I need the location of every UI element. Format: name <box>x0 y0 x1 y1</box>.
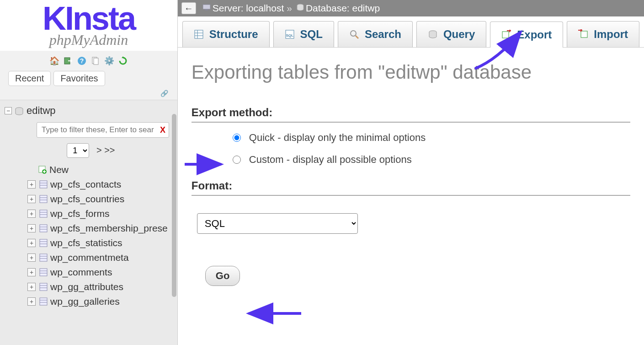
table-item[interactable]: + wp_cfs_countries <box>27 192 177 206</box>
docs-icon[interactable] <box>90 55 101 66</box>
svg-rect-35 <box>203 5 210 9</box>
table-item[interactable]: + wp_gg_attributes <box>27 280 177 294</box>
tab-export[interactable]: Export <box>490 22 563 48</box>
table-item[interactable]: + wp_cfs_membership_prese <box>27 221 177 236</box>
table-icon <box>38 267 48 277</box>
svg-text:SQL: SQL <box>286 33 293 38</box>
table-icon <box>38 179 48 189</box>
favorites-button[interactable]: Favorites <box>53 71 105 86</box>
new-table-item[interactable]: New <box>27 162 177 177</box>
table-pager: 1 > >> <box>5 140 177 162</box>
svg-rect-17 <box>40 225 47 232</box>
quick-radio[interactable] <box>233 134 241 142</box>
expand-icon[interactable]: + <box>27 239 36 247</box>
go-button[interactable]: Go <box>205 266 240 286</box>
custom-radio[interactable] <box>233 156 241 164</box>
svg-rect-14 <box>40 210 47 217</box>
structure-icon <box>194 29 204 39</box>
table-name: wp_comments <box>50 267 112 278</box>
export-method-header: Export method: <box>192 106 630 123</box>
recent-button[interactable]: Recent <box>8 71 51 86</box>
expand-icon[interactable]: + <box>27 268 36 276</box>
back-button[interactable]: ← <box>181 2 196 14</box>
svg-rect-36 <box>205 9 208 11</box>
table-icon <box>38 238 48 248</box>
table-icon <box>38 194 48 204</box>
svg-rect-38 <box>195 30 203 38</box>
table-item[interactable]: + wp_comments <box>27 265 177 280</box>
custom-label: Custom - display all possible options <box>249 154 412 166</box>
format-select[interactable]: SQL <box>197 213 358 234</box>
quick-label: Quick - display only the minimal options <box>249 132 426 144</box>
svg-rect-26 <box>40 269 47 276</box>
breadcrumb-bar: ← Server: localhost » Database: editwp <box>178 0 644 16</box>
table-item[interactable]: + wp_cfs_forms <box>27 206 177 221</box>
table-item[interactable]: + wp_gg_galleries <box>27 294 177 309</box>
pager-next[interactable]: > >> <box>96 145 115 155</box>
table-name: wp_cfs_statistics <box>50 237 122 248</box>
table-item[interactable]: + wp_cfs_contacts <box>27 177 177 192</box>
clear-filter-icon[interactable]: X <box>160 125 165 135</box>
annotation-arrow-go <box>242 307 306 322</box>
svg-rect-8 <box>40 181 47 188</box>
filter-input[interactable] <box>37 122 169 138</box>
import-icon <box>578 29 588 39</box>
database-node[interactable]: − editwp <box>5 102 177 119</box>
svg-rect-11 <box>40 195 47 203</box>
custom-option[interactable]: Custom - display all possible options <box>233 154 630 166</box>
svg-line-45 <box>356 36 358 38</box>
sidebar: KInsta phpMyAdmin 🏠 ? ⚙️ Recent Favorite… <box>0 0 178 345</box>
tab-label: Export <box>517 28 552 41</box>
search-icon <box>349 29 359 39</box>
expand-icon[interactable]: + <box>27 210 36 218</box>
tab-query[interactable]: Query <box>416 21 486 47</box>
export-icon <box>501 30 511 40</box>
tab-structure[interactable]: Structure <box>182 21 270 47</box>
settings-icon[interactable]: ⚙️ <box>104 55 115 66</box>
expand-icon[interactable]: + <box>27 297 36 306</box>
new-label: New <box>49 164 69 175</box>
query-icon <box>428 29 438 39</box>
table-icon <box>38 296 48 307</box>
server-crumb[interactable]: Server: localhost <box>213 3 284 14</box>
table-item[interactable]: + wp_cfs_statistics <box>27 236 177 250</box>
expand-icon[interactable]: + <box>27 180 36 189</box>
svg-rect-4 <box>94 58 98 65</box>
recent-favorites-tabs: Recent Favorites <box>0 71 177 90</box>
tab-search[interactable]: Search <box>338 21 413 47</box>
database-name: editwp <box>27 105 56 117</box>
table-list: New + wp_cfs_contacts + wp_cfs_countries… <box>5 162 177 309</box>
table-icon <box>38 209 48 219</box>
server-icon <box>202 4 211 13</box>
help-icon[interactable]: ? <box>76 55 87 66</box>
collapse-icon[interactable]: − <box>5 107 12 114</box>
panel-link-icon[interactable]: 🔗 <box>0 90 177 100</box>
tab-sql[interactable]: SQL SQL <box>273 21 334 47</box>
page-select[interactable]: 1 <box>67 143 89 158</box>
expand-icon[interactable]: + <box>27 283 36 291</box>
home-icon[interactable]: 🏠 <box>49 55 60 66</box>
db-tree: − editwp X 1 > >> <box>0 100 177 345</box>
format-header: Format: <box>192 179 630 196</box>
logout-icon[interactable] <box>63 55 74 66</box>
svg-rect-48 <box>581 31 587 38</box>
svg-text:?: ? <box>80 57 84 65</box>
tab-label: SQL <box>300 28 323 41</box>
table-name: wp_gg_attributes <box>50 281 123 292</box>
table-name: wp_cfs_forms <box>50 208 110 219</box>
table-item[interactable]: + wp_commentmeta <box>27 250 177 265</box>
database-crumb[interactable]: Database: editwp <box>306 3 380 14</box>
expand-icon[interactable]: + <box>27 224 36 232</box>
table-name: wp_cfs_contacts <box>50 179 121 190</box>
svg-rect-23 <box>40 254 47 261</box>
svg-rect-47 <box>502 32 509 38</box>
reload-icon[interactable] <box>117 55 128 66</box>
expand-icon[interactable]: + <box>27 195 36 203</box>
quick-option[interactable]: Quick - display only the minimal options <box>233 132 630 144</box>
tab-import[interactable]: Import <box>567 21 639 47</box>
database-icon <box>15 105 24 117</box>
table-name: wp_cfs_countries <box>50 194 124 205</box>
scrollbar[interactable] <box>172 114 176 297</box>
expand-icon[interactable]: + <box>27 253 36 262</box>
content: Exporting tables from "editwp" database … <box>178 48 644 295</box>
